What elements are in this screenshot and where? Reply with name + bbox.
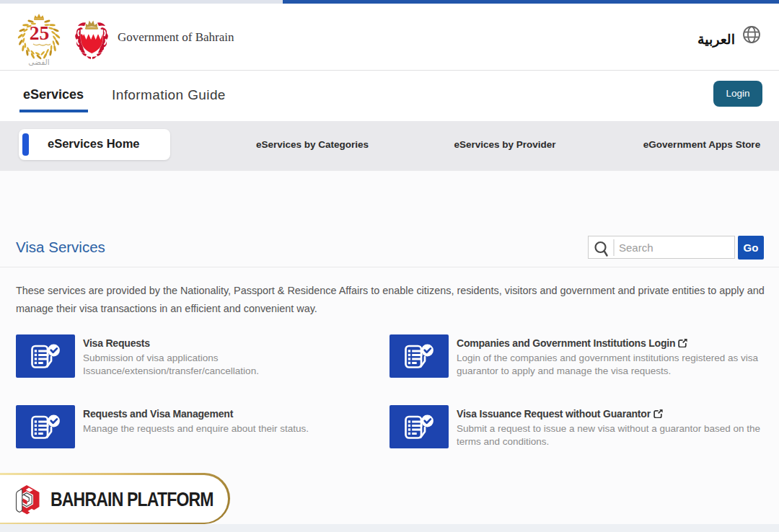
svg-text:25: 25 xyxy=(30,22,50,44)
svg-text:الفضي: الفضي xyxy=(28,58,49,66)
